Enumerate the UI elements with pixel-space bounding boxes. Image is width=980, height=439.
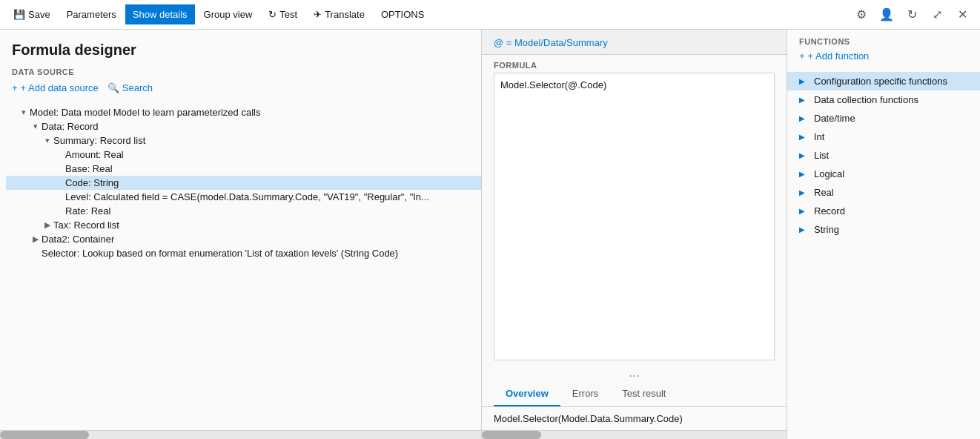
tree-item-rate[interactable]: Rate: Real — [6, 204, 481, 218]
func-text: Int — [814, 131, 824, 142]
func-arrow-icon: ▶ — [799, 170, 810, 178]
middle-scroll-thumb — [482, 431, 541, 439]
search-link[interactable]: 🔍 Search — [107, 82, 153, 93]
func-arrow-icon: ▶ — [799, 207, 810, 215]
tree-arrow-tax[interactable]: ▶ — [42, 220, 53, 230]
right-panel: FUNCTIONS + + Add function ▶Configuratio… — [787, 30, 980, 439]
close-icon-btn[interactable]: ✕ — [950, 3, 974, 27]
formula-editor[interactable]: Model.Selector(@.Code) — [494, 73, 775, 360]
tree-item-base[interactable]: Base: Real — [6, 162, 481, 176]
test-button[interactable]: ↻ Test — [261, 4, 305, 24]
func-text: List — [814, 150, 829, 161]
tree-arrow-summary[interactable]: ▾ — [42, 136, 53, 145]
tree-item-code[interactable]: Code: String — [6, 176, 481, 190]
title-bar: 💾 Save Parameters Show details Group vie… — [0, 0, 980, 30]
save-button[interactable]: 💾 Save — [6, 4, 58, 24]
main-layout: Formula designer DATA SOURCE + + Add dat… — [0, 30, 980, 439]
tree-item-data[interactable]: ▾Data: Record — [6, 119, 481, 133]
func-item-logical[interactable]: ▶Logical — [787, 165, 980, 183]
tree-item-summary[interactable]: ▾Summary: Record list — [6, 133, 481, 148]
func-arrow-icon: ▶ — [799, 77, 810, 85]
tree-item-amount[interactable]: Amount: Real — [6, 148, 481, 162]
scroll-thumb — [0, 431, 89, 439]
func-text: Logical — [814, 168, 844, 179]
options-button[interactable]: OPTIONS — [374, 4, 432, 24]
user-icon-btn[interactable]: 👤 — [875, 3, 898, 27]
func-item-list[interactable]: ▶List — [787, 146, 980, 165]
func-item-configuration-specific-functions[interactable]: ▶Configuration specific functions — [787, 72, 980, 90]
tree-text-code: Code: String — [65, 177, 119, 188]
func-item-string[interactable]: ▶String — [787, 220, 980, 239]
group-view-button[interactable]: Group view — [196, 4, 260, 24]
search-icon: 🔍 — [107, 82, 119, 93]
tree-text-amount: Amount: Real — [65, 149, 124, 160]
show-details-button[interactable]: Show details — [125, 4, 195, 24]
refresh-icon-btn[interactable]: ↻ — [900, 3, 924, 27]
window-actions: ⚙ 👤 ↻ ⤢ ✕ — [850, 3, 974, 27]
func-text: Configuration specific functions — [814, 76, 947, 87]
tree-item-tax[interactable]: ▶Tax: Record list — [6, 218, 481, 232]
tree-text-data: Data: Record — [42, 121, 99, 132]
settings-icon-btn[interactable]: ⚙ — [850, 3, 873, 27]
formula-text: Model.Selector(@.Code) — [500, 79, 606, 90]
tree-text-tax: Tax: Record list — [53, 220, 119, 231]
bottom-scrollbar[interactable] — [0, 430, 481, 439]
tree-text-selector: Selector: Lookup based on format enumera… — [42, 248, 398, 259]
func-item-real[interactable]: ▶Real — [787, 183, 980, 202]
expand-icon-btn[interactable]: ⤢ — [925, 3, 949, 27]
tree-item-data2[interactable]: ▶Data2: Container — [6, 232, 481, 246]
func-text: String — [814, 224, 839, 235]
middle-panel: @ = Model/Data/Summary FORMULA Model.Sel… — [482, 30, 787, 439]
page-title: Formula designer — [12, 42, 469, 59]
formula-path-row: @ = Model/Data/Summary — [482, 30, 787, 55]
functions-label: FUNCTIONS — [799, 37, 968, 46]
tree: ▾Model: Data model Model to learn parame… — [0, 105, 481, 430]
plus-icon: + — [799, 50, 805, 62]
func-arrow-icon: ▶ — [799, 133, 810, 141]
tree-text-data2: Data2: Container — [42, 234, 114, 245]
tree-item-model[interactable]: ▾Model: Data model Model to learn parame… — [6, 105, 481, 119]
func-arrow-icon: ▶ — [799, 225, 810, 234]
formula-dots: ... — [482, 363, 787, 382]
tree-text-level: Level: Calculated field = CASE(model.Dat… — [65, 191, 429, 202]
tree-item-level[interactable]: Level: Calculated field = CASE(model.Dat… — [6, 190, 481, 204]
middle-bottom-scrollbar[interactable] — [482, 430, 787, 439]
func-text: Record — [814, 205, 845, 217]
func-text: Data collection functions — [814, 94, 918, 105]
result-row: Model.Selector(Model.Data.Summary.Code) — [482, 407, 787, 430]
add-data-source-link[interactable]: + + Add data source — [12, 82, 99, 93]
func-text: Date/time — [814, 113, 855, 124]
func-item-date/time[interactable]: ▶Date/time — [787, 109, 980, 128]
add-function-link[interactable]: + + Add function — [799, 50, 968, 62]
toolbar-row: + + Add data source 🔍 Search — [12, 82, 469, 93]
func-item-int[interactable]: ▶Int — [787, 128, 980, 146]
tab-test-result[interactable]: Test result — [610, 382, 678, 406]
functions-list: ▶Configuration specific functions▶Data c… — [787, 72, 980, 439]
tree-text-model: Model: Data model Model to learn paramet… — [30, 107, 260, 118]
tree-arrow-data[interactable]: ▾ — [30, 122, 42, 131]
translate-icon: ✈ — [314, 9, 322, 20]
func-text: Real — [814, 187, 834, 198]
tree-arrow-model[interactable]: ▾ — [18, 108, 30, 117]
func-arrow-icon: ▶ — [799, 114, 810, 122]
formula-path: @ = Model/Data/Summary — [494, 37, 608, 48]
plus-icon: + — [12, 82, 18, 93]
right-header: FUNCTIONS + + Add function — [787, 30, 980, 72]
tabs-row: OverviewErrorsTest result — [482, 382, 787, 407]
tree-text-rate: Rate: Real — [65, 205, 110, 217]
formula-label: FORMULA — [482, 55, 787, 73]
translate-button[interactable]: ✈ Translate — [306, 4, 372, 24]
tree-arrow-data2[interactable]: ▶ — [30, 234, 42, 244]
refresh-icon: ↻ — [268, 9, 277, 20]
tab-overview[interactable]: Overview — [494, 382, 560, 406]
func-item-data-collection-functions[interactable]: ▶Data collection functions — [787, 90, 980, 109]
tab-errors[interactable]: Errors — [560, 382, 610, 406]
func-item-record[interactable]: ▶Record — [787, 202, 980, 220]
func-arrow-icon: ▶ — [799, 188, 810, 197]
tree-item-selector[interactable]: Selector: Lookup based on format enumera… — [6, 246, 481, 260]
panel-header: Formula designer DATA SOURCE + + Add dat… — [0, 30, 481, 105]
left-panel: Formula designer DATA SOURCE + + Add dat… — [0, 30, 482, 439]
parameters-button[interactable]: Parameters — [59, 4, 124, 24]
data-source-label: DATA SOURCE — [12, 67, 469, 76]
tree-text-base: Base: Real — [65, 163, 113, 174]
